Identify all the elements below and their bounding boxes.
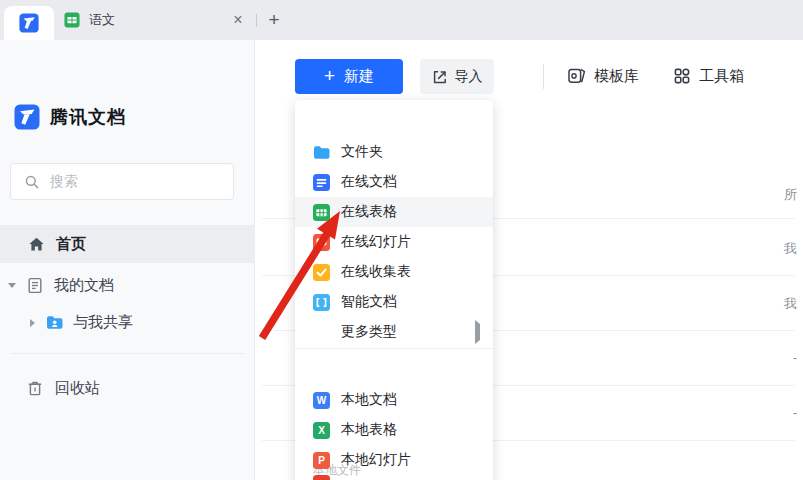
tab-document[interactable]: 语文 (54, 0, 229, 40)
toolbox-grid-icon (673, 67, 691, 85)
sidebar-item-recycle-bin[interactable]: 回收站 (0, 370, 255, 407)
shared-folder-icon (46, 315, 63, 330)
folder-icon (313, 144, 330, 161)
trash-icon (27, 380, 43, 397)
new-tab-icon[interactable]: + (263, 0, 285, 40)
menu-item-online-form[interactable]: 在线收集表 (295, 257, 493, 287)
owner-column-header: 所 (784, 186, 797, 204)
chevron-right-icon (475, 324, 480, 340)
menu-item-online-sheet[interactable]: 在线表格 (295, 197, 493, 227)
menu-item-label: 文件夹 (341, 143, 383, 161)
search-input[interactable]: 搜索 (10, 163, 234, 200)
menu-item-local-sheet[interactable]: X 本地表格 (295, 415, 493, 445)
sidebar-item-label: 我的文档 (54, 276, 114, 295)
smart-doc-icon (313, 294, 330, 311)
sidebar-item-label: 首页 (56, 235, 86, 254)
sidebar: 腾讯文档 搜索 首页 (0, 40, 255, 480)
import-button[interactable]: 导入 (420, 59, 494, 94)
brand-title: 腾讯文档 (50, 105, 126, 129)
import-button-label: 导入 (455, 68, 483, 86)
menu-item-label: 本地表格 (341, 421, 397, 439)
tencent-docs-home: 语文 × + 腾讯文档 搜索 (0, 0, 803, 480)
toolbar-divider (543, 64, 544, 89)
menu-item-label: 在线文档 (341, 173, 397, 191)
menu-item-label: 本地幻灯片 (341, 451, 411, 469)
import-icon (432, 69, 448, 85)
document-icon (27, 277, 43, 294)
menu-item-local-slides[interactable]: P 本地幻灯片 (295, 445, 493, 475)
menu-item-label: 本地文档 (341, 391, 397, 409)
template-library-icon (567, 67, 586, 85)
partial-menu-icon (313, 475, 330, 480)
tab-close-icon[interactable]: × (228, 0, 248, 40)
new-document-menu: 在线文档 文件夹 在线文档 (295, 100, 493, 480)
menu-item-label: 在线表格 (341, 203, 397, 221)
menu-item-smart-doc[interactable]: 智能文档 (295, 287, 493, 317)
search-icon (24, 174, 40, 190)
template-library-button[interactable]: 模板库 (567, 62, 639, 90)
sidebar-item-home[interactable]: 首页 (0, 225, 255, 263)
sidebar-item-my-docs[interactable]: 我的文档 (0, 267, 255, 304)
online-slides-icon (313, 234, 330, 251)
tencent-docs-logo-icon (19, 13, 39, 33)
excel-icon: X (313, 422, 330, 439)
browser-tab-bar: 语文 × + (0, 0, 803, 40)
sidebar-item-label: 与我共享 (73, 313, 133, 332)
brand: 腾讯文档 (14, 104, 126, 130)
new-button[interactable]: + 新建 (295, 59, 403, 94)
online-sheet-icon (313, 204, 330, 221)
owner-cell: - (793, 405, 797, 420)
owner-cell: 我 (784, 240, 797, 258)
home-icon (28, 236, 45, 253)
menu-item-label: 智能文档 (341, 293, 397, 311)
tab-document-label: 语文 (89, 11, 115, 29)
menu-item-online-slides[interactable]: 在线幻灯片 (295, 227, 493, 257)
menu-divider (295, 348, 493, 349)
chevron-right-icon[interactable] (30, 319, 35, 327)
sidebar-item-shared-with-me[interactable]: 与我共享 (0, 304, 255, 341)
toolbox-label: 工具箱 (699, 67, 744, 86)
tencent-docs-logo-icon (14, 104, 40, 130)
menu-item-online-doc[interactable]: 在线文档 (295, 167, 493, 197)
sidebar-item-label: 回收站 (55, 379, 100, 398)
menu-item-label: 在线幻灯片 (341, 233, 411, 251)
plus-icon: + (324, 66, 335, 85)
sidebar-divider (10, 353, 245, 354)
online-form-icon (313, 264, 330, 281)
online-doc-icon (313, 174, 330, 191)
owner-cell: 我 (784, 295, 797, 313)
owner-cell: - (793, 350, 797, 365)
menu-item-folder[interactable]: 文件夹 (295, 137, 493, 167)
ppt-icon: P (313, 452, 330, 469)
tab-home[interactable] (4, 6, 54, 40)
menu-item-more-types[interactable]: 更多类型 (295, 317, 493, 347)
template-library-label: 模板库 (594, 67, 639, 86)
new-button-label: 新建 (344, 67, 374, 86)
menu-item-label: 在线收集表 (341, 263, 411, 281)
chevron-down-icon[interactable] (8, 283, 16, 288)
menu-item-local-doc[interactable]: W 本地文档 (295, 385, 493, 415)
word-icon: W (313, 392, 330, 409)
sheet-tab-icon (64, 12, 80, 28)
toolbox-button[interactable]: 工具箱 (673, 62, 744, 90)
menu-item-label: 更多类型 (341, 323, 397, 341)
tab-separator (256, 14, 257, 27)
search-placeholder: 搜索 (50, 173, 78, 191)
